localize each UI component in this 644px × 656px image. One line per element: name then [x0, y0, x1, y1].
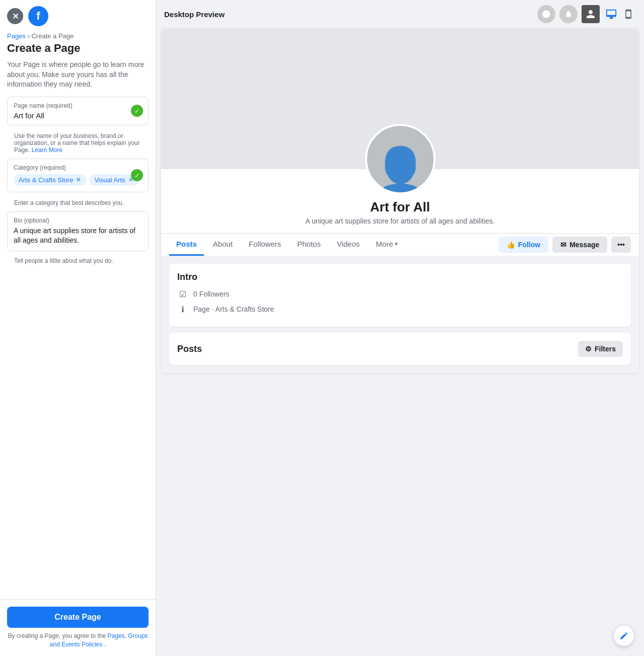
user-avatar[interactable]	[582, 5, 600, 23]
page-nav: Posts About Followers Photos Videos More…	[161, 233, 639, 256]
left-panel: ✕ f Pages › Create a Page Create a Page …	[0, 0, 156, 656]
nav-item-more[interactable]: More ▾	[369, 234, 405, 256]
followers-row: ☑ 0 Followers	[177, 288, 623, 300]
ellipsis-icon: •••	[617, 241, 625, 249]
person-icon: 👤	[372, 144, 428, 194]
facebook-logo: f	[28, 6, 48, 26]
desktop-icon[interactable]	[604, 7, 619, 22]
breadcrumb-create: Create a Page	[31, 32, 74, 40]
page-title: Create a Page	[0, 41, 156, 60]
tag-arts-crafts[interactable]: Arts & Crafts Store ✕	[14, 174, 86, 186]
bottom-section: Create Page By creating a Page, you agre…	[0, 599, 156, 656]
top-bar-icons	[537, 5, 636, 23]
form-section: Page name (required) Art for All ✓ Use t…	[0, 97, 156, 600]
posts-card: Posts ⚙ Filters	[169, 333, 631, 365]
mobile-icon[interactable]	[621, 7, 636, 22]
follow-button[interactable]: 👍 Follow	[498, 237, 548, 253]
tag-visual-arts-label: Visual Arts	[94, 176, 125, 184]
profile-picture: 👤	[365, 124, 436, 194]
page-subtitle: Your Page is where people go to learn mo…	[0, 60, 156, 97]
category-field[interactable]: Category (required) ✓ Arts & Crafts Stor…	[7, 159, 149, 192]
left-header: ✕ f	[0, 0, 156, 30]
more-actions-button[interactable]: •••	[611, 237, 631, 253]
profile-pic-placeholder: 👤	[367, 126, 434, 192]
page-name-check-icon: ✓	[131, 105, 143, 117]
bio-value: A unique art supplies store for artists …	[14, 226, 142, 246]
page-name-value: Art for All	[14, 111, 142, 120]
nav-item-videos[interactable]: Videos	[330, 234, 367, 256]
category-label: Category (required)	[14, 164, 142, 171]
page-name-label: Page name (required)	[14, 102, 142, 109]
terms-text: By creating a Page, you agree to the Pag…	[7, 632, 149, 649]
tag-arts-crafts-close-icon[interactable]: ✕	[76, 176, 81, 183]
bio-field[interactable]: Bio (optional) A unique art supplies sto…	[7, 211, 149, 251]
followers-count: 0 Followers	[193, 290, 230, 298]
nav-item-about[interactable]: About	[206, 234, 240, 256]
floating-edit-button[interactable]	[614, 626, 634, 646]
info-icon: ℹ	[177, 304, 188, 315]
profile-desc: A unique art supplies store for artists …	[169, 217, 631, 225]
message-label: Message	[569, 241, 599, 249]
nav-item-posts[interactable]: Posts	[169, 234, 204, 256]
close-button[interactable]: ✕	[7, 8, 23, 24]
preview-label: Desktop Preview	[164, 10, 225, 19]
cover-photo: 👤	[161, 28, 639, 169]
breadcrumb-pages-link[interactable]: Pages	[7, 32, 26, 40]
messenger-icon[interactable]	[537, 5, 555, 23]
device-toggle	[604, 7, 636, 22]
bio-helper: Tell people a little about what you do.	[7, 255, 149, 269]
category-row: ℹ Page · Arts & Crafts Store	[177, 304, 623, 315]
more-label: More	[376, 240, 393, 248]
message-button[interactable]: ✉ Message	[552, 237, 607, 253]
filters-button[interactable]: ⚙ Filters	[578, 341, 623, 357]
nav-actions: 👍 Follow ✉ Message •••	[498, 237, 631, 253]
nav-item-followers[interactable]: Followers	[242, 234, 288, 256]
intro-title: Intro	[177, 272, 623, 282]
posts-title: Posts	[177, 344, 202, 354]
breadcrumb: Pages › Create a Page	[0, 30, 156, 41]
intro-card: Intro ☑ 0 Followers ℹ Page · Arts & Craf…	[169, 264, 631, 327]
learn-more-link[interactable]: Learn More	[32, 147, 62, 154]
follow-icon: 👍	[507, 241, 515, 249]
message-icon: ✉	[560, 241, 566, 249]
right-panel: Desktop Preview	[156, 0, 644, 656]
tags-container: Arts & Crafts Store ✕ Visual Arts ✕	[14, 174, 142, 186]
pages-terms-link[interactable]: Pages,	[108, 632, 126, 639]
followers-icon: ☑	[177, 288, 188, 300]
preview-frame: 👤 Art for All A unique art supplies stor…	[161, 28, 639, 373]
page-name-field[interactable]: Page name (required) Art for All ✓	[7, 97, 149, 125]
posts-header: Posts ⚙ Filters	[177, 341, 623, 357]
top-bar: Desktop Preview	[156, 0, 644, 28]
follow-label: Follow	[518, 241, 540, 249]
tag-arts-crafts-label: Arts & Crafts Store	[19, 176, 73, 184]
profile-name: Art for All	[169, 199, 631, 215]
filters-label: Filters	[595, 345, 616, 353]
bio-label: Bio (optional)	[14, 217, 142, 224]
notifications-icon[interactable]	[559, 5, 578, 23]
page-name-helper: Use the name of your business, brand or …	[7, 130, 149, 159]
filters-icon: ⚙	[585, 345, 592, 353]
nav-item-photos[interactable]: Photos	[290, 234, 328, 256]
category-check-icon: ✓	[131, 169, 143, 181]
category-helper: Enter a category that best describes you…	[7, 197, 149, 211]
chevron-down-icon: ▾	[395, 241, 398, 247]
page-content: Intro ☑ 0 Followers ℹ Page · Arts & Craf…	[161, 256, 639, 373]
create-page-button[interactable]: Create Page	[7, 607, 149, 628]
page-category: Page · Arts & Crafts Store	[193, 305, 274, 313]
